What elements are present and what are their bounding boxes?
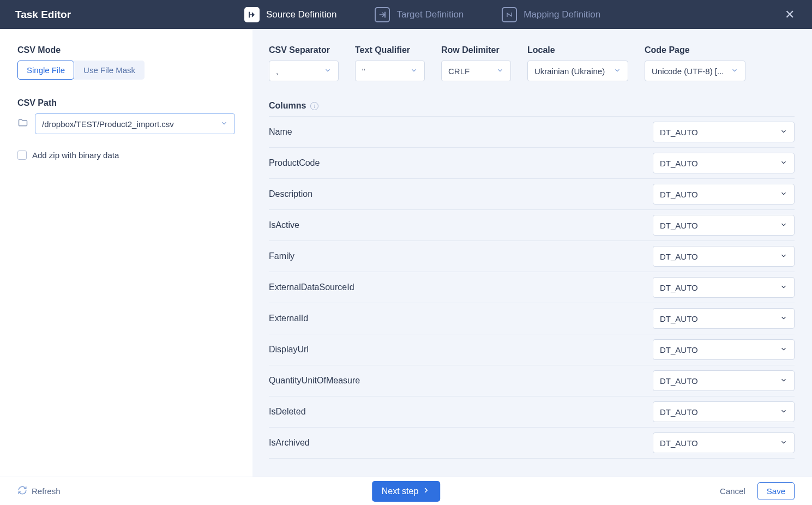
column-row: NameDT_AUTO (269, 116, 795, 148)
mapping-icon (502, 7, 517, 22)
column-row: IsDeletedDT_AUTO (269, 396, 795, 428)
code-page-label: Code Page (645, 45, 745, 55)
column-name: IsArchived (269, 438, 310, 448)
use-file-mask-button[interactable]: Use File Mask (74, 61, 145, 80)
chevron-right-icon (422, 486, 430, 497)
column-name: Family (269, 251, 294, 261)
chevron-down-icon (220, 119, 228, 129)
column-name: ProductCode (269, 158, 320, 168)
column-type-select[interactable]: DT_AUTO (653, 339, 795, 360)
columns-label: Columns (269, 101, 306, 111)
tab-label: Target Definition (396, 9, 464, 20)
svg-rect-1 (384, 11, 386, 17)
column-type-select[interactable]: DT_AUTO (653, 215, 795, 236)
chevron-down-icon (780, 159, 787, 168)
info-icon[interactable]: i (310, 102, 318, 110)
refresh-icon (17, 485, 27, 497)
tab-target-definition[interactable]: Target Definition (375, 7, 464, 22)
chevron-down-icon (780, 252, 787, 261)
chevron-down-icon (780, 345, 787, 354)
column-row: DescriptionDT_AUTO (269, 179, 795, 210)
chevron-down-icon (780, 128, 787, 137)
column-type-select[interactable]: DT_AUTO (653, 370, 795, 391)
checkbox-icon (17, 151, 27, 160)
column-name: IsDeleted (269, 407, 306, 417)
column-type-select[interactable]: DT_AUTO (653, 432, 795, 453)
next-step-button[interactable]: Next step (372, 481, 441, 502)
column-row: IsArchivedDT_AUTO (269, 428, 795, 459)
refresh-button[interactable]: Refresh (17, 485, 61, 497)
chevron-down-icon (410, 67, 418, 76)
csv-path-select[interactable]: /dropbox/TEST/Product2_import.csv (35, 113, 235, 134)
column-name: ExternalId (269, 314, 308, 323)
folder-icon (17, 117, 28, 130)
column-type-select[interactable]: DT_AUTO (653, 184, 795, 205)
csv-mode-label: CSV Mode (17, 45, 235, 55)
column-name: Description (269, 189, 312, 199)
csv-path-label: CSV Path (17, 98, 235, 108)
chevron-down-icon (496, 67, 504, 76)
source-icon (244, 7, 260, 22)
chevron-down-icon (780, 407, 787, 417)
chevron-down-icon (324, 67, 332, 76)
sidebar: CSV Mode Single File Use File Mask CSV P… (0, 29, 252, 477)
main-panel: CSV Separator , Text Qualifier " Row Del… (252, 29, 812, 477)
tab-mapping-definition[interactable]: Mapping Definition (502, 7, 600, 22)
column-row: ExternalDataSourceIdDT_AUTO (269, 272, 795, 303)
chevron-down-icon (780, 376, 787, 386)
column-name: ExternalDataSourceId (269, 282, 354, 292)
add-zip-checkbox[interactable]: Add zip with binary data (17, 151, 235, 160)
chevron-down-icon (780, 314, 787, 323)
column-name: Name (269, 127, 292, 137)
chevron-down-icon (780, 283, 787, 292)
column-row: IsActiveDT_AUTO (269, 210, 795, 241)
csv-mode-toggle: Single File Use File Mask (17, 61, 235, 80)
tab-label: Mapping Definition (524, 9, 600, 20)
column-type-select[interactable]: DT_AUTO (653, 277, 795, 298)
chevron-down-icon (780, 190, 787, 199)
header-tabs: Source Definition Target Definition Mapp… (244, 7, 783, 22)
column-name: DisplayUrl (269, 345, 309, 354)
text-qualifier-select[interactable]: " (355, 61, 425, 81)
svg-rect-0 (249, 11, 250, 17)
column-row: FamilyDT_AUTO (269, 241, 795, 272)
column-type-select[interactable]: DT_AUTO (653, 401, 795, 422)
column-row: DisplayUrlDT_AUTO (269, 334, 795, 365)
target-icon (375, 7, 390, 22)
column-type-select[interactable]: DT_AUTO (653, 153, 795, 173)
text-qualifier-label: Text Qualifier (355, 45, 425, 55)
save-button[interactable]: Save (757, 482, 795, 500)
chevron-down-icon (731, 67, 738, 76)
column-name: IsActive (269, 220, 299, 230)
tab-label: Source Definition (266, 9, 336, 20)
column-row: ProductCodeDT_AUTO (269, 148, 795, 179)
row-delimiter-label: Row Delimiter (441, 45, 511, 55)
chevron-down-icon (780, 438, 787, 448)
columns-list: NameDT_AUTOProductCodeDT_AUTODescription… (269, 116, 795, 459)
close-icon[interactable]: ✕ (783, 5, 797, 24)
column-row: ExternalIdDT_AUTO (269, 303, 795, 334)
column-type-select[interactable]: DT_AUTO (653, 246, 795, 267)
row-delimiter-select[interactable]: CRLF (441, 61, 511, 81)
page-title: Task Editor (15, 9, 212, 21)
column-type-select[interactable]: DT_AUTO (653, 122, 795, 142)
add-zip-label: Add zip with binary data (32, 151, 119, 160)
csv-separator-select[interactable]: , (269, 61, 339, 81)
single-file-button[interactable]: Single File (17, 61, 74, 80)
chevron-down-icon (780, 221, 787, 230)
csv-path-value: /dropbox/TEST/Product2_import.csv (42, 119, 174, 129)
csv-separator-label: CSV Separator (269, 45, 339, 55)
header: Task Editor Source Definition Target Def… (0, 0, 812, 29)
chevron-down-icon (613, 67, 621, 76)
tab-source-definition[interactable]: Source Definition (244, 7, 336, 22)
column-row: QuantityUnitOfMeasureDT_AUTO (269, 365, 795, 396)
footer: Refresh Next step Cancel Save (0, 477, 812, 505)
locale-label: Locale (527, 45, 628, 55)
cancel-button[interactable]: Cancel (720, 486, 745, 496)
code-page-select[interactable]: Unicode (UTF-8) [... (645, 61, 745, 81)
locale-select[interactable]: Ukrainian (Ukraine) (527, 61, 628, 81)
column-type-select[interactable]: DT_AUTO (653, 308, 795, 329)
column-name: QuantityUnitOfMeasure (269, 376, 360, 386)
